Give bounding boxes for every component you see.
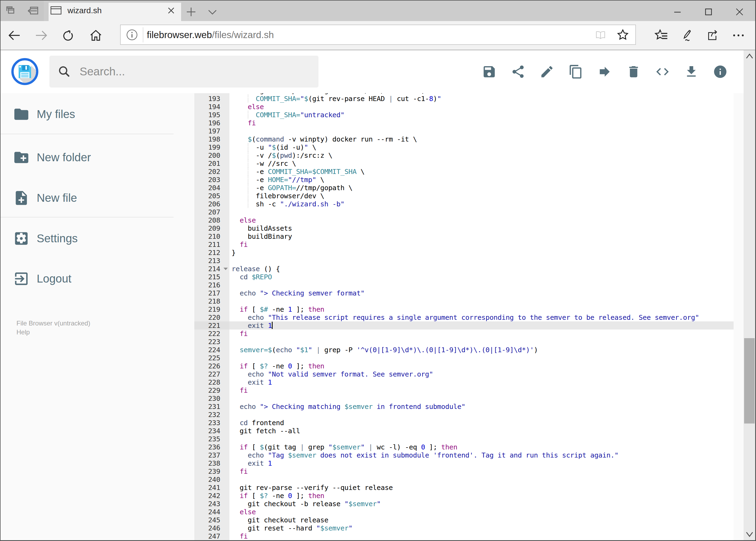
hub-favorites-icon[interactable] bbox=[648, 21, 675, 50]
code-line-247[interactable]: 247 fi bbox=[194, 532, 734, 540]
code-line-227[interactable]: 227 echo "Not valid semver format. See s… bbox=[194, 370, 734, 378]
code-line-219[interactable]: 219 if [ $# -ne 1 ]; then bbox=[194, 305, 734, 313]
filebrowser-logo[interactable] bbox=[11, 58, 38, 85]
minimize-button[interactable] bbox=[662, 1, 693, 21]
share-icon[interactable] bbox=[699, 21, 726, 50]
reading-view-icon[interactable] bbox=[596, 30, 606, 40]
code-button[interactable] bbox=[648, 50, 677, 93]
code-line-208[interactable]: 208 else bbox=[194, 216, 734, 224]
web-notes-pen-icon[interactable] bbox=[674, 21, 701, 50]
code-line-205[interactable]: 205 filebrowser/dev \ bbox=[194, 192, 734, 200]
edit-button[interactable] bbox=[533, 50, 561, 93]
code-line-199[interactable]: 199 -u "$(id -u)" \ bbox=[194, 143, 734, 151]
sidebar-item-settings[interactable]: Settings bbox=[0, 218, 173, 259]
code-line-220[interactable]: 220 echo "This release script requires a… bbox=[194, 313, 734, 321]
home-button[interactable] bbox=[82, 21, 109, 50]
tab-list-chevron-icon[interactable] bbox=[206, 3, 219, 21]
scroll-up-icon[interactable] bbox=[744, 50, 755, 62]
share-button[interactable] bbox=[504, 50, 533, 93]
code-line-213[interactable]: 213 bbox=[194, 257, 734, 265]
tabs-aside-icon[interactable] bbox=[27, 5, 39, 16]
code-line-234[interactable]: 234 git fetch --all bbox=[194, 427, 734, 435]
code-line-218[interactable]: 218 bbox=[194, 297, 734, 305]
scrollbar-thumb[interactable] bbox=[744, 338, 755, 423]
code-line-200[interactable]: 200 -v /$(pwd):/src:z \ bbox=[194, 151, 734, 159]
sidebar-item-new-file[interactable]: New file bbox=[0, 178, 173, 218]
code-line-229[interactable]: 229 fi bbox=[194, 386, 734, 394]
code-line-245[interactable]: 245 git checkout release bbox=[194, 516, 734, 524]
scroll-down-icon[interactable] bbox=[744, 528, 755, 540]
code-line-215[interactable]: 215 cd $REPO bbox=[194, 273, 734, 281]
code-line-237[interactable]: 237 echo "Tag $semver does not exist in … bbox=[194, 451, 734, 459]
code-line-197[interactable]: 197 bbox=[194, 127, 734, 135]
code-line-225[interactable]: 225 bbox=[194, 354, 734, 362]
code-line-236[interactable]: 236 if [ $(git tag | grep "$semver" | wc… bbox=[194, 443, 734, 451]
code-line-211[interactable]: 211 fi bbox=[194, 241, 734, 249]
code-line-228[interactable]: 228 exit 1 bbox=[194, 378, 734, 386]
code-line-235[interactable]: 235 bbox=[194, 435, 734, 443]
address-bar[interactable]: filebrowser.web/files/wizard.sh bbox=[120, 25, 636, 45]
code-line-196[interactable]: 196 fi bbox=[194, 119, 734, 127]
code-line-195[interactable]: 195 COMMIT_SHA="untracked" bbox=[194, 111, 734, 119]
code-line-212[interactable]: 212} bbox=[194, 249, 734, 257]
code-line-206[interactable]: 206 sh -c "./wizard.sh -b" bbox=[194, 200, 734, 208]
refresh-button[interactable] bbox=[55, 21, 82, 50]
code-line-239[interactable]: 239 fi bbox=[194, 467, 734, 475]
code-line-221[interactable]: 221 exit 1 bbox=[194, 321, 734, 329]
code-line-203[interactable]: 203 -e HOME="//tmp" \ bbox=[194, 176, 734, 184]
settings-menu-dots-icon[interactable] bbox=[725, 21, 752, 50]
tab-close-icon[interactable] bbox=[166, 6, 176, 15]
info-button[interactable] bbox=[706, 50, 735, 93]
back-button[interactable] bbox=[1, 21, 28, 50]
code-line-242[interactable]: 242 if [ $? -ne 0 ]; then bbox=[194, 492, 734, 500]
code-line-240[interactable]: 240 bbox=[194, 475, 734, 483]
sidebar-item-my-files[interactable]: My files bbox=[0, 94, 173, 135]
code-line-223[interactable]: 223 bbox=[194, 337, 734, 346]
delete-button[interactable] bbox=[619, 50, 648, 93]
tab-preview-icon[interactable] bbox=[5, 5, 17, 16]
code-line-222[interactable]: 222 fi bbox=[194, 329, 734, 337]
maximize-button[interactable] bbox=[693, 1, 724, 21]
code-line-210[interactable]: 210 buildBinary bbox=[194, 232, 734, 241]
code-line-216[interactable]: 216 bbox=[194, 281, 734, 289]
code-line-207[interactable]: 207 bbox=[194, 208, 734, 216]
url-text[interactable]: filebrowser.web/files/wizard.sh bbox=[147, 29, 596, 40]
code-line-209[interactable]: 209 buildAssets bbox=[194, 224, 734, 232]
fold-widget-icon[interactable] bbox=[223, 268, 228, 270]
code-line-193[interactable]: 193 COMMIT_SHA="$(git rev-parse HEAD | c… bbox=[194, 95, 734, 103]
code-line-226[interactable]: 226 if [ $? -ne 0 ]; then bbox=[194, 362, 734, 370]
code-editor[interactable]: 192 if git rev-parse --git-dir > /dev/nu… bbox=[194, 93, 734, 540]
code-line-217[interactable]: 217 echo "> Checking semver format" bbox=[194, 289, 734, 297]
browser-tab[interactable]: wizard.sh bbox=[49, 3, 181, 21]
help-link[interactable]: Help bbox=[16, 327, 90, 336]
code-line-232[interactable]: 232 bbox=[194, 410, 734, 419]
code-line-230[interactable]: 230 bbox=[194, 394, 734, 402]
code-line-231[interactable]: 231 echo "> Checking matching $semver in… bbox=[194, 402, 734, 410]
code-line-241[interactable]: 241 git rev-parse --verify --quiet relea… bbox=[194, 483, 734, 492]
sidebar-item-new-folder[interactable]: New folder bbox=[0, 137, 173, 178]
code-line-244[interactable]: 244 else bbox=[194, 508, 734, 516]
download-button[interactable] bbox=[677, 50, 706, 93]
code-line-204[interactable]: 204 -e GOPATH=//tmp/gopath \ bbox=[194, 184, 734, 192]
code-line-194[interactable]: 194 else bbox=[194, 103, 734, 111]
code-line-202[interactable]: 202 -e COMMIT_SHA=$COMMIT_SHA \ bbox=[194, 168, 734, 176]
code-line-198[interactable]: 198 $(command -v winpty) docker run --rm… bbox=[194, 135, 734, 143]
code-line-243[interactable]: 243 git checkout -b release "$semver" bbox=[194, 500, 734, 508]
code-line-201[interactable]: 201 -w //src \ bbox=[194, 159, 734, 168]
copy-button[interactable] bbox=[561, 50, 590, 93]
save-button[interactable] bbox=[475, 50, 504, 93]
forward-button[interactable] bbox=[28, 21, 55, 50]
code-line-224[interactable]: 224 semver=$(echo "$1" | grep -P '^v(0|[… bbox=[194, 346, 734, 354]
favorite-star-icon[interactable] bbox=[617, 29, 629, 41]
sidebar-item-logout[interactable]: Logout bbox=[0, 259, 173, 299]
new-tab-button[interactable] bbox=[185, 3, 197, 21]
code-line-238[interactable]: 238 exit 1 bbox=[194, 459, 734, 467]
site-info-icon[interactable] bbox=[126, 29, 138, 41]
close-window-button[interactable] bbox=[724, 1, 755, 21]
code-line-214[interactable]: 214release () { bbox=[194, 265, 734, 273]
code-line-233[interactable]: 233 cd frontend bbox=[194, 419, 734, 427]
code-line-246[interactable]: 246 git reset --hard "$semver" bbox=[194, 524, 734, 532]
move-button[interactable] bbox=[590, 50, 619, 93]
search-box[interactable]: Search... bbox=[49, 56, 319, 88]
page-scrollbar[interactable] bbox=[744, 50, 755, 540]
